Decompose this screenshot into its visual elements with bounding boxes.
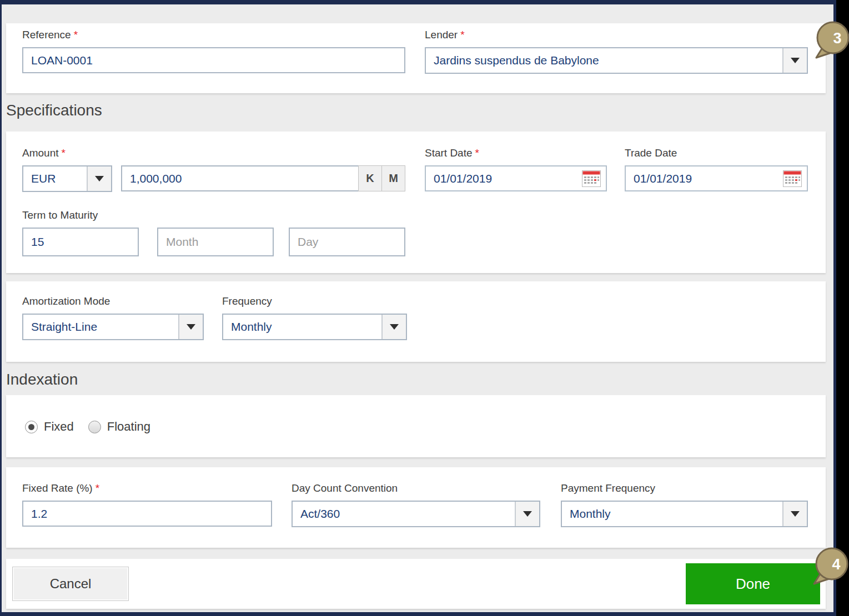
step-3-number: 3	[833, 30, 841, 47]
lender-label: Lender*	[425, 29, 808, 41]
fixed-rate-label-text: Fixed Rate (%)	[22, 482, 93, 494]
fixed-rate-field-group: Fixed Rate (%)*	[22, 482, 272, 527]
day-count-convention-select[interactable]: Act/360	[292, 501, 540, 527]
day-count-convention-label-text: Day Count Convention	[292, 482, 398, 494]
amortization-mode-label: Amortization Mode	[22, 295, 204, 307]
payment-frequency-select[interactable]: Monthly	[561, 501, 808, 527]
lender-label-text: Lender	[425, 29, 458, 41]
day-count-convention-field-group: Day Count Convention Act/360	[292, 482, 540, 527]
reference-label: Reference*	[22, 29, 405, 41]
amount-label-text: Amount	[22, 147, 58, 159]
frequency-label: Frequency	[222, 295, 407, 307]
term-to-maturity-label: Term to Maturity	[22, 209, 405, 221]
term-to-maturity-label-text: Term to Maturity	[22, 209, 98, 221]
loan-form-page: Reference* Lender* Jardins suspendus de …	[2, 4, 833, 612]
header-card: Reference* Lender* Jardins suspendus de …	[6, 23, 826, 93]
radio-unselected-icon[interactable]	[88, 421, 101, 433]
term-to-maturity-row	[22, 228, 405, 256]
caret-down-icon	[791, 511, 800, 517]
indexation-type-radio-group: Fixed Floating	[25, 420, 150, 434]
start-date-label-text: Start Date	[425, 147, 473, 159]
required-asterisk: *	[96, 482, 99, 494]
fixed-rate-card: Fixed Rate (%)* Day Count Convention Act…	[6, 467, 826, 548]
caret-down-icon	[95, 176, 104, 181]
caret-down-icon	[791, 58, 800, 63]
reference-label-text: Reference	[22, 29, 71, 41]
trade-date-field-group: Trade Date 01/01/2019	[625, 147, 808, 191]
amortization-mode-dropdown-button[interactable]	[178, 315, 203, 339]
footer-action-bar: Cancel Done	[6, 559, 826, 609]
calendar-icon[interactable]	[783, 170, 802, 187]
amortization-mode-value: Straight-Line	[23, 315, 178, 339]
amount-input[interactable]	[121, 165, 359, 191]
frequency-select[interactable]: Monthly	[222, 314, 407, 340]
app-window-frame: Reference* Lender* Jardins suspendus de …	[0, 0, 836, 616]
start-date-value: 01/01/2019	[434, 172, 492, 185]
trade-date-input[interactable]: 01/01/2019	[625, 165, 808, 191]
step-4-number: 4	[832, 556, 840, 573]
frequency-value: Monthly	[223, 315, 381, 339]
caret-down-icon	[187, 324, 195, 330]
trade-date-label: Trade Date	[625, 147, 808, 159]
lender-selected-value: Jardins suspendus de Babylone	[426, 48, 782, 73]
currency-selected-value: EUR	[23, 166, 87, 191]
payment-frequency-label: Payment Frequency	[561, 482, 808, 494]
start-date-label: Start Date*	[425, 147, 607, 159]
term-month-input[interactable]	[157, 228, 274, 256]
radio-selected-icon[interactable]	[25, 421, 38, 433]
radio-floating-label: Floating	[107, 420, 150, 434]
frequency-label-text: Frequency	[222, 295, 272, 307]
caret-down-icon	[390, 324, 399, 330]
payment-frequency-dropdown-button[interactable]	[782, 502, 807, 526]
currency-dropdown-button[interactable]	[87, 166, 111, 191]
radio-option-fixed[interactable]: Fixed	[25, 420, 74, 434]
fixed-rate-label: Fixed Rate (%)*	[22, 482, 272, 494]
reference-field-group: Reference*	[22, 29, 405, 73]
lender-dropdown-button[interactable]	[782, 48, 807, 73]
day-count-convention-value: Act/360	[293, 502, 515, 526]
required-asterisk: *	[460, 29, 464, 41]
amount-input-wrap: K M	[121, 165, 405, 192]
start-date-input[interactable]: 01/01/2019	[425, 165, 607, 191]
step-4-annotation-badge: 4	[810, 547, 849, 587]
required-asterisk: *	[475, 147, 479, 159]
thousand-button[interactable]: K	[358, 165, 382, 191]
done-button[interactable]: Done	[686, 563, 820, 604]
amortization-mode-field-group: Amortization Mode Straight-Line	[22, 295, 204, 340]
currency-select[interactable]: EUR	[22, 165, 112, 192]
term-to-maturity-field-group: Term to Maturity	[22, 209, 405, 256]
amount-row: EUR K M	[22, 165, 405, 192]
frequency-dropdown-button[interactable]	[381, 315, 406, 339]
specifications-section-title: Specifications	[6, 102, 833, 119]
start-date-field-group: Start Date* 01/01/2019	[425, 147, 607, 191]
payment-frequency-value: Monthly	[562, 502, 782, 526]
lender-field-group: Lender* Jardins suspendus de Babylone	[425, 29, 808, 74]
trade-date-label-text: Trade Date	[625, 147, 677, 159]
fixed-rate-input[interactable]	[22, 501, 272, 527]
required-asterisk: *	[74, 29, 78, 41]
million-button[interactable]: M	[381, 165, 405, 191]
amount-field-group: Amount* EUR K M	[22, 147, 405, 192]
radio-option-floating[interactable]: Floating	[88, 420, 150, 434]
radio-fixed-label: Fixed	[44, 420, 74, 434]
frequency-field-group: Frequency Monthly	[222, 295, 407, 340]
term-year-input[interactable]	[22, 228, 139, 256]
caret-down-icon	[523, 511, 532, 517]
cancel-button[interactable]: Cancel	[12, 567, 129, 601]
calendar-icon[interactable]	[582, 170, 601, 187]
required-asterisk: *	[61, 147, 65, 159]
payment-frequency-label-text: Payment Frequency	[561, 482, 655, 494]
amortization-mode-label-text: Amortization Mode	[22, 295, 110, 307]
amount-label: Amount*	[22, 147, 405, 159]
day-count-convention-dropdown-button[interactable]	[515, 502, 539, 526]
amortization-mode-select[interactable]: Straight-Line	[22, 314, 204, 340]
term-day-input[interactable]	[289, 228, 405, 256]
specifications-card: Amount* EUR K M Start Date* 01/01/	[6, 132, 826, 273]
trade-date-value: 01/01/2019	[634, 172, 692, 185]
reference-input[interactable]	[22, 47, 405, 73]
payment-frequency-field-group: Payment Frequency Monthly	[561, 482, 808, 527]
indexation-type-card: Fixed Floating	[6, 395, 826, 457]
amortization-card: Amortization Mode Straight-Line Frequenc…	[6, 281, 826, 362]
lender-select[interactable]: Jardins suspendus de Babylone	[425, 47, 808, 74]
indexation-section-title: Indexation	[6, 371, 833, 388]
